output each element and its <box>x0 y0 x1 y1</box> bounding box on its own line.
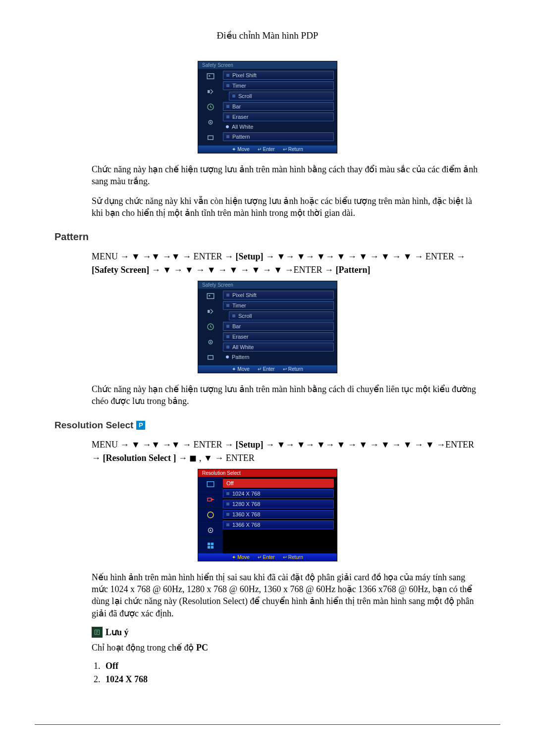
svg-point-12 <box>210 342 212 343</box>
heading-pattern: Pattern <box>54 231 481 243</box>
gear-icon <box>198 523 223 538</box>
svg-rect-0 <box>207 74 214 79</box>
enter-hint: ↵ Enter <box>258 366 275 372</box>
multi-icon <box>198 538 223 554</box>
svg-rect-19 <box>211 543 214 545</box>
paragraph: Chức năng này hạn chế hiện tượng lưu ảnh… <box>92 383 481 407</box>
osd-safety-screen-pattern: Safety Screen Pixel Shift Timer Scroll B… <box>198 281 337 373</box>
svg-rect-2 <box>208 90 210 93</box>
osd-item[interactable]: Pattern <box>223 132 334 141</box>
osd-item[interactable]: Bar <box>223 102 334 111</box>
input-icon <box>198 130 223 146</box>
osd-item[interactable]: Eraser <box>223 112 334 121</box>
list-item: Off <box>103 661 481 671</box>
osd-item[interactable]: Pixel Shift <box>223 291 334 300</box>
return-hint: ↩ Return <box>283 554 303 560</box>
paragraph: Chức năng này hạn chế hiện tượng lưu ảnh… <box>92 163 481 188</box>
paragraph: Chỉ hoạt động trong chế độ PC <box>92 642 481 654</box>
clock-icon <box>198 100 223 115</box>
clock-icon <box>198 507 223 523</box>
osd-item[interactable]: 1280 X 768 <box>223 500 334 508</box>
osd-item[interactable]: Scroll <box>229 92 334 101</box>
osd-item[interactable]: Bar <box>223 322 334 331</box>
svg-point-8 <box>209 295 210 297</box>
footer-rule <box>35 724 500 725</box>
osd-resolution-select: Resolution Select Off 1024 X 768 1280 X … <box>198 469 337 561</box>
osd-item-label: Eraser <box>232 114 248 120</box>
osd-icon-column <box>198 289 223 365</box>
osd-item[interactable]: All White <box>223 343 334 352</box>
osd-item[interactable]: Pixel Shift <box>223 71 334 80</box>
osd-item-label: 1024 X 768 <box>232 491 260 497</box>
svg-rect-7 <box>207 294 214 299</box>
osd-item[interactable]: 1360 X 768 <box>223 510 334 519</box>
svg-point-15 <box>208 512 214 518</box>
svg-rect-6 <box>208 136 214 140</box>
osd-item-label: Bar <box>232 103 241 109</box>
input-icon <box>198 492 223 507</box>
osd-item-label: 1366 X 768 <box>232 522 260 528</box>
osd-footer: ✦ Move ↵ Enter ↩ Return <box>198 554 337 561</box>
osd-safety-screen-allwhite: Safety Screen Pixel Shift Timer Scroll B… <box>198 61 337 153</box>
enter-hint: ↵ Enter <box>258 147 275 152</box>
page-header: Điều chỉnh Màn hình PDP <box>54 30 481 41</box>
osd-item-label: Scroll <box>238 313 252 319</box>
svg-rect-14 <box>207 482 214 487</box>
move-hint: ✦ Move <box>232 366 249 372</box>
osd-item-label: Eraser <box>232 334 248 340</box>
svg-rect-13 <box>208 355 214 359</box>
note-icon <box>92 627 103 638</box>
input-icon <box>198 350 223 365</box>
svg-rect-18 <box>208 543 210 545</box>
osd-item-label: Pattern <box>232 134 250 140</box>
pc-mode-badge-icon: P <box>136 421 145 430</box>
osd-item-selected[interactable]: Off <box>223 479 334 488</box>
osd-item[interactable]: Eraser <box>223 332 334 341</box>
osd-item-label: Timer <box>232 302 246 308</box>
move-hint: ✦ Move <box>232 147 249 152</box>
svg-rect-20 <box>208 546 210 549</box>
osd-footer: ✦ Move ↵ Enter ↩ Return <box>198 146 337 153</box>
osd-item-selected[interactable]: Pattern <box>223 353 334 361</box>
paragraph: Nếu hình ảnh trên màn hình hiển thị sai … <box>92 571 481 619</box>
osd-item-label: 1280 X 768 <box>232 501 260 507</box>
svg-point-1 <box>209 75 210 77</box>
osd-item-label: Bar <box>232 323 241 329</box>
osd-item-label: Timer <box>232 83 246 89</box>
picture-icon <box>198 69 223 84</box>
osd-item-label: All White <box>232 344 254 350</box>
osd-icon-column <box>198 69 223 146</box>
osd-item-label: Off <box>226 480 233 486</box>
menu-path: MENU → ▼ →▼ →▼ → ENTER → [Setup] → ▼→ ▼→… <box>92 438 481 465</box>
return-hint: ↩ Return <box>283 366 303 372</box>
menu-path: MENU → ▼ →▼ →▼ → ENTER → [Setup] → ▼→ ▼→… <box>92 250 481 277</box>
osd-item-label: 1360 X 768 <box>232 511 260 517</box>
picture-icon <box>198 477 223 492</box>
osd-item[interactable]: 1024 X 768 <box>223 489 334 498</box>
picture-icon <box>198 289 223 304</box>
osd-icon-column <box>198 477 223 554</box>
list-item: 1024 X 768 <box>103 674 481 685</box>
return-hint: ↩ Return <box>283 147 303 152</box>
osd-item[interactable]: 1366 X 768 <box>223 520 334 529</box>
osd-item-label: Pixel Shift <box>232 292 257 298</box>
svg-rect-21 <box>211 546 214 549</box>
osd-item[interactable]: Timer <box>223 301 334 310</box>
move-hint: ✦ Move <box>232 554 249 560</box>
clock-icon <box>198 319 223 335</box>
osd-item-selected[interactable]: All White <box>223 123 334 131</box>
svg-point-17 <box>210 529 212 531</box>
heading-resolution-select: Resolution Select P <box>54 420 481 431</box>
osd-title: Resolution Select <box>198 469 337 477</box>
osd-item-label: Scroll <box>238 93 252 99</box>
gear-icon <box>198 115 223 130</box>
osd-item[interactable]: Timer <box>223 81 334 90</box>
options-list: Off 1024 X 768 <box>92 661 481 685</box>
osd-item-label: Pixel Shift <box>232 72 257 78</box>
osd-title: Safety Screen <box>198 61 337 69</box>
gear-icon <box>198 335 223 350</box>
osd-item-label: Pattern <box>232 354 249 360</box>
osd-item[interactable]: Scroll <box>229 311 334 320</box>
svg-rect-9 <box>208 310 210 313</box>
sound-icon <box>198 84 223 100</box>
